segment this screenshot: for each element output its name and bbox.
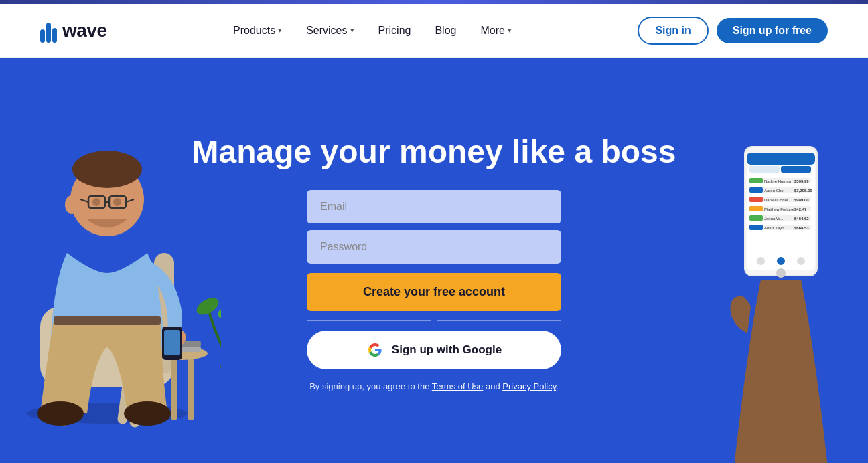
svg-text:Daniella Brier: Daniella Brier — [764, 198, 788, 202]
hero-content: Manage your money like a boss Create you… — [192, 106, 676, 418]
svg-rect-60 — [749, 225, 763, 230]
divider — [307, 320, 561, 321]
more-chevron-icon: ▾ — [508, 26, 512, 35]
hero-section: Nadine Human $599.99 Aaron Choi $3,295.0… — [0, 58, 868, 463]
hero-title: Manage your money like a boss — [192, 133, 676, 170]
svg-text:Ahadi Tayo: Ahadi Tayo — [764, 226, 784, 230]
svg-point-64 — [777, 257, 785, 265]
services-chevron-icon: ▾ — [350, 26, 354, 35]
svg-text:$949.00: $949.00 — [794, 198, 809, 202]
nav-actions: Sign in Sign up for free — [638, 17, 828, 45]
svg-point-28 — [113, 198, 121, 206]
svg-point-65 — [797, 257, 805, 265]
nav-item-products[interactable]: Products ▾ — [224, 19, 291, 42]
email-input[interactable] — [307, 190, 561, 223]
svg-rect-36 — [747, 153, 815, 165]
divider-line-left — [307, 320, 431, 321]
svg-rect-48 — [749, 197, 763, 202]
svg-text:$664.53: $664.53 — [794, 226, 809, 230]
svg-point-19 — [124, 401, 171, 426]
divider-line-right — [437, 320, 561, 321]
svg-rect-56 — [749, 215, 763, 221]
products-chevron-icon: ▾ — [278, 26, 282, 35]
nav-item-blog[interactable]: Blog — [425, 19, 465, 42]
signin-button[interactable]: Sign in — [638, 17, 708, 45]
google-icon — [366, 341, 384, 359]
svg-rect-38 — [781, 166, 811, 173]
privacy-policy-link[interactable]: Privacy Policy — [502, 381, 556, 391]
svg-point-66 — [776, 268, 786, 278]
create-account-button[interactable]: Create your free account — [307, 273, 561, 311]
wave-bar-2 — [46, 23, 51, 43]
wave-bar-1 — [40, 29, 45, 43]
signup-form: Create your free account Sign up with Go… — [307, 190, 561, 391]
svg-point-21 — [72, 151, 142, 188]
svg-text:$3,295.00: $3,295.00 — [794, 189, 812, 193]
svg-point-27 — [92, 198, 100, 206]
svg-text:Jenna W...: Jenna W... — [764, 217, 784, 221]
signup-button[interactable]: Sign up for free — [717, 18, 828, 43]
svg-rect-17 — [54, 316, 161, 325]
svg-rect-52 — [749, 206, 763, 211]
google-signup-label: Sign up with Google — [392, 343, 502, 357]
svg-rect-32 — [164, 330, 180, 355]
main-nav: Products ▾ Services ▾ Pricing Blog More … — [224, 19, 521, 42]
svg-rect-7 — [171, 353, 177, 420]
svg-point-29 — [65, 195, 78, 214]
google-signup-button[interactable]: Sign up with Google — [307, 331, 561, 369]
svg-text:$599.99: $599.99 — [794, 179, 809, 183]
svg-point-63 — [757, 257, 765, 265]
svg-rect-40 — [749, 178, 763, 183]
logo-icon — [40, 19, 57, 43]
svg-text:Aaron Choi: Aaron Choi — [764, 189, 784, 193]
svg-point-18 — [37, 401, 84, 426]
nav-item-services[interactable]: Services ▾ — [297, 19, 363, 42]
hero-phone-illustration: Nadine Human $599.99 Aaron Choi $3,295.0… — [680, 79, 868, 463]
svg-text:Nadine Human: Nadine Human — [764, 179, 791, 183]
nav-item-pricing[interactable]: Pricing — [369, 19, 421, 42]
password-input[interactable] — [307, 230, 561, 264]
terms-of-use-link[interactable]: Terms of Use — [432, 381, 484, 391]
terms-text: By signing up, you agree to the Terms of… — [307, 381, 561, 391]
logo-area[interactable]: wave — [40, 19, 107, 43]
svg-text:$464.62: $464.62 — [794, 217, 809, 221]
svg-rect-44 — [749, 187, 763, 193]
logo-text: wave — [62, 20, 107, 41]
svg-text:Matthew Fortune: Matthew Fortune — [764, 207, 795, 211]
wave-bar-3 — [52, 28, 57, 43]
site-header: wave Products ▾ Services ▾ Pricing Blog … — [0, 4, 868, 58]
svg-text:$42.47: $42.47 — [794, 207, 807, 211]
nav-item-more[interactable]: More ▾ — [471, 19, 520, 42]
svg-rect-37 — [749, 166, 780, 173]
hero-person-illustration — [0, 66, 221, 463]
